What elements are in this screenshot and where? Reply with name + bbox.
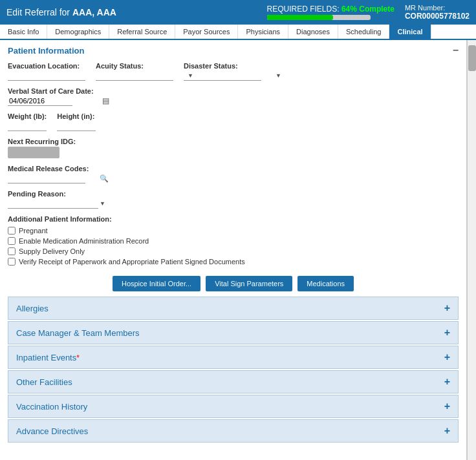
patient-name: AAA, AAA <box>72 7 116 17</box>
disaster-status-input[interactable] <box>184 71 276 80</box>
verbal-start-label: Verbal Start of Care Date: <box>8 87 94 95</box>
vaccination-history-expand-icon[interactable]: + <box>444 401 450 412</box>
field-evacuation-location: Evacuation Location: <box>8 62 85 81</box>
mr-number-block: MR Number: COR00005778102 <box>405 4 470 21</box>
row-additional-info: Additional Patient Information: Pregnant… <box>8 215 459 266</box>
checkbox-supply-delivery[interactable]: Supply Delivery Only <box>8 247 245 255</box>
pending-reason-arrow[interactable]: ▼ <box>100 200 105 207</box>
additional-info-label: Additional Patient Information: <box>8 215 245 223</box>
scrollbar-track[interactable] <box>467 40 476 460</box>
checkbox-pregnant-input[interactable] <box>8 227 16 235</box>
tab-physicians[interactable]: Physicians <box>238 25 288 39</box>
calendar-icon[interactable]: ▤ <box>102 96 109 105</box>
tab-diagnoses[interactable]: Diagnoses <box>288 25 338 39</box>
verbal-start-date-input[interactable] <box>8 96 100 105</box>
acuity-status-input[interactable] <box>96 71 188 80</box>
tab-payor-sources[interactable]: Payor Sources <box>175 25 238 39</box>
row-evacuation-acuity-disaster: Evacuation Location: Acuity Status: ▼ Di… <box>8 62 459 81</box>
checkbox-group: Pregnant Enable Medication Administratio… <box>8 227 245 266</box>
disaster-dropdown-arrow[interactable]: ▼ <box>276 72 281 79</box>
required-fields-bar: REQUIRED FIELDS: 64% Complete <box>267 5 395 20</box>
medical-release-search-field[interactable]: 🔍 <box>8 174 85 183</box>
search-icon[interactable]: 🔍 <box>100 174 109 183</box>
pending-reason-select[interactable]: ▼ <box>8 199 98 209</box>
field-disaster-status: Disaster Status: ▼ <box>184 62 261 81</box>
content-area: Patient Information − Evacuation Locatio… <box>0 40 467 460</box>
tab-basic-info[interactable]: Basic Info <box>0 25 47 39</box>
row-verbal-start: Verbal Start of Care Date: ▤ <box>8 87 459 106</box>
case-manager-label: Case Manager & Team Members <box>16 328 140 338</box>
mr-number-value: COR00005778102 <box>405 12 470 21</box>
row-weight-height: Weight (lb): Height (in): <box>8 112 459 131</box>
checkbox-medication-admin-label: Enable Medication Administration Record <box>19 237 149 245</box>
tab-demographics[interactable]: Demographics <box>47 25 109 39</box>
main-content: Patient Information − Evacuation Locatio… <box>0 40 476 460</box>
disaster-status-select[interactable]: ▼ <box>184 71 261 81</box>
field-height: Height (in): <box>57 112 96 131</box>
action-buttons: Hospice Initial Order... Vital Sign Para… <box>8 276 459 291</box>
section-title: Patient Information <box>8 46 84 56</box>
case-manager-expand-icon[interactable]: + <box>444 327 450 339</box>
progress-bar-fill <box>267 15 333 20</box>
field-additional-info: Additional Patient Information: Pregnant… <box>8 215 245 266</box>
acuity-status-select[interactable]: ▼ <box>96 71 173 81</box>
patient-information-header: Patient Information − <box>8 45 459 56</box>
weight-label: Weight (lb): <box>8 112 47 120</box>
allergies-label: Allergies <box>16 304 49 313</box>
other-facilities-label: Other Facilities <box>16 377 72 387</box>
checkbox-medication-admin[interactable]: Enable Medication Administration Record <box>8 237 245 245</box>
section-advance-directives[interactable]: Advance Directives + <box>8 419 459 443</box>
progress-bar-background <box>267 15 371 20</box>
section-case-manager[interactable]: Case Manager & Team Members + <box>8 321 459 344</box>
evacuation-location-input[interactable] <box>8 71 85 81</box>
medical-release-label: Medical Release Codes: <box>8 165 89 172</box>
field-weight: Weight (lb): <box>8 112 47 131</box>
header-right: REQUIRED FIELDS: 64% Complete MR Number:… <box>267 4 470 21</box>
page-header: Edit Referral for AAA, AAA REQUIRED FIEL… <box>0 0 476 25</box>
page-title: Edit Referral for AAA, AAA <box>6 7 116 17</box>
checkbox-supply-delivery-label: Supply Delivery Only <box>19 247 85 255</box>
allergies-expand-icon[interactable]: + <box>444 302 450 314</box>
required-label-text: REQUIRED FIELDS: <box>267 5 340 14</box>
weight-input[interactable] <box>8 121 47 131</box>
medications-button[interactable]: Medications <box>298 276 354 291</box>
scrollbar-thumb[interactable] <box>468 45 476 71</box>
advance-directives-expand-icon[interactable]: + <box>444 425 450 437</box>
completion-text: 64% Complete <box>341 5 395 14</box>
checkbox-verify-receipt-input[interactable] <box>8 258 16 266</box>
verbal-start-date-field[interactable]: ▤ <box>8 96 72 106</box>
section-vaccination-history[interactable]: Vaccination History + <box>8 395 459 418</box>
hospice-initial-order-button[interactable]: Hospice Initial Order... <box>113 276 200 291</box>
idg-label: Next Recurring IDG: <box>8 138 76 145</box>
field-medical-release-codes: Medical Release Codes: 🔍 <box>8 165 89 183</box>
inpatient-events-label-text: Inpatient Events <box>16 353 76 362</box>
collapse-button[interactable]: − <box>453 45 459 56</box>
acuity-status-label: Acuity Status: <box>96 62 173 70</box>
section-allergies[interactable]: Allergies + <box>8 297 459 320</box>
checkbox-medication-admin-input[interactable] <box>8 237 16 245</box>
checkbox-verify-receipt[interactable]: Verify Receipt of Paperwork and Appropri… <box>8 258 245 266</box>
field-pending-reason: Pending Reason: ▼ <box>8 190 98 209</box>
medical-release-input[interactable] <box>8 174 100 183</box>
section-inpatient-events[interactable]: Inpatient Events* + <box>8 346 459 369</box>
checkbox-pregnant[interactable]: Pregnant <box>8 227 245 235</box>
idg-display <box>8 147 60 158</box>
tab-referral-source[interactable]: Referral Source <box>109 25 175 39</box>
checkbox-verify-receipt-label: Verify Receipt of Paperwork and Appropri… <box>19 258 245 266</box>
vaccination-history-label: Vaccination History <box>16 402 87 412</box>
section-other-facilities[interactable]: Other Facilities + <box>8 370 459 393</box>
field-verbal-start-of-care: Verbal Start of Care Date: ▤ <box>8 87 94 106</box>
other-facilities-expand-icon[interactable]: + <box>444 376 450 388</box>
required-star: * <box>76 353 80 362</box>
disaster-status-label: Disaster Status: <box>184 62 261 70</box>
inpatient-events-label: Inpatient Events* <box>16 353 80 362</box>
row-medical-release: Medical Release Codes: 🔍 <box>8 165 459 183</box>
inpatient-events-expand-icon[interactable]: + <box>444 351 450 363</box>
vital-sign-parameters-button[interactable]: Vital Sign Parameters <box>206 276 292 291</box>
mr-number-label: MR Number: <box>405 4 470 12</box>
checkbox-supply-delivery-input[interactable] <box>8 247 16 255</box>
tab-scheduling[interactable]: Scheduling <box>338 25 389 39</box>
height-input[interactable] <box>57 121 96 131</box>
tab-clinical[interactable]: Clinical <box>389 25 431 39</box>
pending-reason-input[interactable] <box>8 199 100 208</box>
